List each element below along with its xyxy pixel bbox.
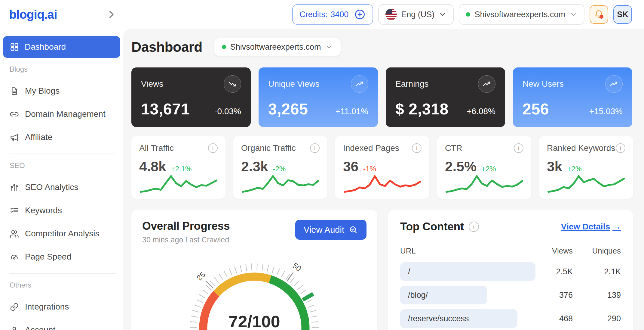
megaphone-icon xyxy=(10,133,19,142)
table-row: /reserve/success 468 290 xyxy=(400,309,621,328)
top-content-panel: Top Content i View Details → URL Views U… xyxy=(388,210,633,330)
language-selector[interactable]: Eng (US) xyxy=(378,4,454,25)
views-bar xyxy=(400,262,535,281)
view-audit-button[interactable]: View Audit xyxy=(295,220,366,240)
sidebar-item-domain-management[interactable]: Domain Management xyxy=(3,104,120,124)
sparkline-chart xyxy=(343,175,422,193)
sparkline-chart xyxy=(241,175,320,193)
notifications-bell-icon[interactable] xyxy=(590,5,608,24)
seo-score-gauge: 02550100 72/100 SEO Score xyxy=(170,252,339,330)
sidebar-item-account[interactable]: Account xyxy=(3,320,120,330)
url-text: /reserve/success xyxy=(400,314,469,323)
column-uniques: Uniques xyxy=(573,246,621,256)
sidebar-item-label: Domain Management xyxy=(25,109,106,119)
status-dot xyxy=(222,45,226,49)
views-value: 376 xyxy=(538,291,573,300)
sidebar-item-label: Page Speed xyxy=(25,252,71,262)
metric-change: -1% xyxy=(363,165,376,173)
top-content-title: Top Content xyxy=(400,220,464,233)
topbar: blogiq.ai Credits: 3400 Eng (US) Shivsof… xyxy=(0,0,644,29)
chevron-down-icon xyxy=(325,43,333,51)
view-details-link[interactable]: View Details → xyxy=(561,222,621,232)
page-title: Dashboard xyxy=(131,39,202,55)
sidebar-item-label: Account xyxy=(25,325,55,330)
metric-change: -2% xyxy=(273,165,286,173)
stat-label: Views xyxy=(141,79,163,89)
us-flag-icon xyxy=(385,9,397,20)
metric-label: Indexed Pages xyxy=(343,143,399,153)
sidebar: Dashboard Blogs My Blogs Domain Manageme… xyxy=(0,29,123,330)
uniques-value: 290 xyxy=(573,314,621,323)
metric-value: 2.3k xyxy=(241,158,268,175)
metric-change: +2.1% xyxy=(171,165,192,173)
credits-label: Credits: xyxy=(299,10,327,19)
stat-value: 13,671 xyxy=(141,100,190,118)
url-cell[interactable]: /reserve/success xyxy=(400,309,538,328)
info-icon[interactable]: i xyxy=(208,143,218,153)
url-text: /blog/ xyxy=(400,291,428,300)
sidebar-collapse-chevron-right-icon[interactable] xyxy=(106,9,117,20)
stat-value: 3,265 xyxy=(268,100,308,118)
credits-pill[interactable]: Credits: 3400 xyxy=(292,4,373,25)
stat-card-new-users: New Users 256 +15.03% xyxy=(513,67,632,127)
speedometer-icon xyxy=(10,252,19,262)
sidebar-item-integrations[interactable]: Integrations xyxy=(3,297,120,316)
document-icon xyxy=(10,86,19,96)
sparkline-chart xyxy=(547,175,626,193)
dashboard-grid-icon xyxy=(10,42,19,52)
sidebar-divider xyxy=(9,154,116,154)
last-crawled-text: 30 mins ago Last Crawled xyxy=(142,235,230,244)
sidebar-item-label: SEO Analytics xyxy=(25,182,78,192)
sparkline-chart xyxy=(445,175,524,193)
stat-card-views: Views 13,671 -0.03% xyxy=(131,67,251,127)
sidebar-item-seo-analytics[interactable]: SEO Analytics xyxy=(3,178,120,197)
sidebar-item-affiliate[interactable]: Affiliate xyxy=(3,128,120,147)
views-value: 468 xyxy=(538,314,573,323)
svg-text:50: 50 xyxy=(291,261,303,273)
seo-score-value: 72/100 xyxy=(170,312,339,330)
main-content: Dashboard Shivsoftwareexperts.com Views … xyxy=(123,29,644,330)
table-row: /blog/ 376 139 xyxy=(400,286,621,304)
user-avatar[interactable]: SK xyxy=(613,5,632,24)
sidebar-item-my-blogs[interactable]: My Blogs xyxy=(3,81,120,101)
column-url: URL xyxy=(400,246,538,256)
metric-value: 2.5% xyxy=(445,158,477,175)
add-credits-plus-icon[interactable] xyxy=(354,8,366,20)
stat-card-earnings: Earnings $ 2,318 +6.08% xyxy=(386,67,505,127)
url-cell[interactable]: / xyxy=(400,262,538,281)
sidebar-item-label: My Blogs xyxy=(25,86,60,96)
info-icon[interactable]: i xyxy=(514,143,523,153)
table-header: URL Views Uniques xyxy=(400,246,621,256)
info-icon[interactable]: i xyxy=(412,143,422,153)
metric-label: Ranked Keywords xyxy=(547,143,615,153)
stat-change: +11.01% xyxy=(336,107,368,118)
url-text: / xyxy=(400,267,410,276)
url-cell[interactable]: /blog/ xyxy=(400,286,538,304)
stat-change: +6.08% xyxy=(467,107,495,118)
info-icon[interactable]: i xyxy=(616,143,625,153)
info-icon[interactable]: i xyxy=(469,222,479,232)
overall-progress-panel: Overall Progress 30 mins ago Last Crawle… xyxy=(131,210,377,330)
bar-chart-icon xyxy=(10,183,19,192)
sidebar-item-keywords[interactable]: Keywords xyxy=(3,201,120,220)
chevron-down-icon xyxy=(439,11,446,18)
domain-selector-page[interactable]: Shivsoftwareexperts.com xyxy=(214,38,341,56)
metric-card-organic-traffic: Organic Traffic i 2.3k -2% xyxy=(233,136,327,199)
credits-value: 3400 xyxy=(330,10,348,19)
metric-value: 3k xyxy=(547,158,562,175)
info-icon[interactable]: i xyxy=(310,143,320,153)
chevron-down-icon xyxy=(569,11,577,18)
domain-selector-top[interactable]: Shivsoftwareexperts.com xyxy=(459,4,584,25)
sidebar-item-dashboard[interactable]: Dashboard xyxy=(3,36,120,58)
sidebar-item-competitor-analysis[interactable]: Competitor Analysis xyxy=(3,224,120,243)
metric-label: CTR xyxy=(445,143,462,153)
metric-cards-row: All Traffic i 4.8k +2.1% Organic Traffic… xyxy=(131,136,633,199)
trend-down-icon xyxy=(224,75,241,93)
sidebar-item-label: Competitor Analysis xyxy=(25,229,99,238)
sidebar-section-seo: SEO xyxy=(3,161,120,170)
metric-card-ranked-keywords: Ranked Keywords i 3k +2% xyxy=(539,136,633,199)
users-icon xyxy=(10,229,19,238)
sidebar-item-page-speed[interactable]: Page Speed xyxy=(3,247,120,266)
stat-label: Earnings xyxy=(395,79,429,89)
domain-label: Shivsoftwareexperts.com xyxy=(230,42,321,52)
